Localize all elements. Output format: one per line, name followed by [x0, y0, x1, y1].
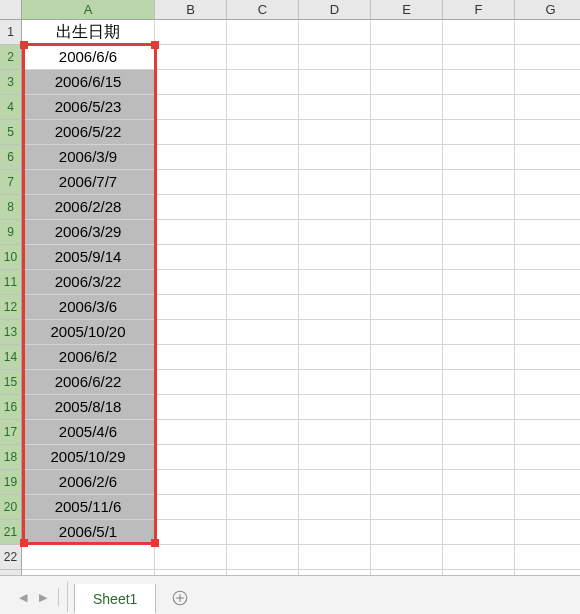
cell[interactable]	[371, 395, 443, 420]
cell[interactable]	[515, 495, 580, 520]
spreadsheet-grid[interactable]: A B C D E F G 1出生日期22006/6/632006/6/1542…	[0, 0, 580, 575]
cell[interactable]	[299, 295, 371, 320]
row-header[interactable]: 18	[0, 445, 22, 470]
cell[interactable]	[299, 245, 371, 270]
cell[interactable]	[299, 20, 371, 45]
cell[interactable]	[155, 170, 227, 195]
cell[interactable]	[371, 520, 443, 545]
cell[interactable]	[443, 370, 515, 395]
row-header[interactable]: 4	[0, 95, 22, 120]
cell[interactable]	[299, 320, 371, 345]
cell[interactable]	[227, 145, 299, 170]
cell[interactable]	[155, 295, 227, 320]
nav-prev-icon[interactable]: ◀	[14, 588, 32, 606]
col-header-F[interactable]: F	[443, 0, 515, 20]
cell[interactable]	[371, 20, 443, 45]
cell[interactable]	[443, 220, 515, 245]
cell[interactable]: 2006/6/2	[22, 345, 155, 370]
cell[interactable]	[371, 145, 443, 170]
row-header[interactable]: 11	[0, 270, 22, 295]
cell[interactable]	[443, 120, 515, 145]
cell[interactable]	[515, 320, 580, 345]
row-header[interactable]: 14	[0, 345, 22, 370]
cell[interactable]	[371, 370, 443, 395]
cell[interactable]	[155, 495, 227, 520]
row-header[interactable]: 15	[0, 370, 22, 395]
cell[interactable]	[155, 445, 227, 470]
cell[interactable]	[155, 20, 227, 45]
cell[interactable]	[371, 120, 443, 145]
cell[interactable]	[515, 345, 580, 370]
cell[interactable]	[515, 45, 580, 70]
cell[interactable]	[371, 270, 443, 295]
cell[interactable]	[515, 420, 580, 445]
row-header[interactable]: 6	[0, 145, 22, 170]
cell[interactable]	[155, 95, 227, 120]
cell[interactable]	[227, 420, 299, 445]
row-header[interactable]: 21	[0, 520, 22, 545]
cell[interactable]	[155, 245, 227, 270]
cell[interactable]	[515, 295, 580, 320]
cell[interactable]	[371, 170, 443, 195]
cell[interactable]	[371, 245, 443, 270]
cell[interactable]	[443, 70, 515, 95]
cell[interactable]	[443, 170, 515, 195]
cell[interactable]: 2005/8/18	[22, 395, 155, 420]
cell[interactable]	[299, 220, 371, 245]
cell[interactable]	[299, 420, 371, 445]
row-header[interactable]: 8	[0, 195, 22, 220]
cell[interactable]	[515, 95, 580, 120]
cell[interactable]	[515, 245, 580, 270]
row-header[interactable]: 1	[0, 20, 22, 45]
cell[interactable]: 2006/2/28	[22, 195, 155, 220]
cell[interactable]: 2006/5/23	[22, 95, 155, 120]
cell[interactable]	[155, 70, 227, 95]
cell[interactable]	[227, 170, 299, 195]
cell[interactable]	[227, 445, 299, 470]
cell[interactable]	[515, 370, 580, 395]
cell[interactable]	[443, 420, 515, 445]
cell[interactable]	[155, 520, 227, 545]
cell[interactable]	[299, 70, 371, 95]
cell[interactable]	[227, 220, 299, 245]
cell[interactable]	[515, 270, 580, 295]
cell[interactable]	[515, 470, 580, 495]
cell[interactable]	[227, 320, 299, 345]
col-header-D[interactable]: D	[299, 0, 371, 20]
cell[interactable]	[443, 295, 515, 320]
row-header[interactable]: 16	[0, 395, 22, 420]
row-header[interactable]: 20	[0, 495, 22, 520]
cell[interactable]: 2006/3/29	[22, 220, 155, 245]
row-header[interactable]: 22	[0, 545, 22, 570]
cell[interactable]	[443, 345, 515, 370]
cell[interactable]	[227, 545, 299, 570]
col-header-E[interactable]: E	[371, 0, 443, 20]
cell[interactable]	[371, 420, 443, 445]
cell[interactable]	[443, 320, 515, 345]
cell[interactable]	[227, 395, 299, 420]
cell[interactable]	[155, 345, 227, 370]
cell[interactable]	[371, 95, 443, 120]
cell[interactable]	[515, 520, 580, 545]
cell[interactable]	[227, 520, 299, 545]
cell[interactable]	[299, 270, 371, 295]
cell[interactable]	[371, 345, 443, 370]
cell[interactable]	[443, 45, 515, 70]
cell[interactable]	[22, 545, 155, 570]
row-header[interactable]: 7	[0, 170, 22, 195]
cell[interactable]	[299, 145, 371, 170]
cell[interactable]: 2006/6/15	[22, 70, 155, 95]
row-header[interactable]: 10	[0, 245, 22, 270]
column-a-header-cell[interactable]: 出生日期	[22, 20, 155, 45]
cell[interactable]	[443, 20, 515, 45]
col-header-C[interactable]: C	[227, 0, 299, 20]
cell[interactable]	[227, 20, 299, 45]
cell[interactable]	[227, 45, 299, 70]
cell[interactable]	[371, 445, 443, 470]
cell[interactable]: 2005/10/29	[22, 445, 155, 470]
cell[interactable]	[443, 545, 515, 570]
cell[interactable]	[371, 495, 443, 520]
sheet-tab-active[interactable]: Sheet1	[74, 584, 156, 614]
cell[interactable]	[299, 470, 371, 495]
select-all-corner[interactable]	[0, 0, 22, 20]
